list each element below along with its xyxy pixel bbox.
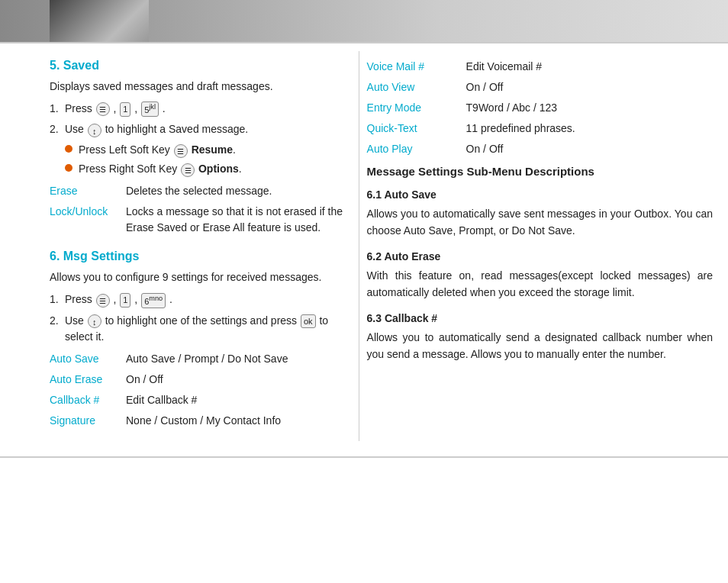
- section6-title: 6. Msg Settings: [50, 250, 343, 263]
- resume-label: Resume: [192, 143, 233, 156]
- section5-step2: 2. Use ↕ to highlight a Saved message.: [50, 121, 343, 137]
- s6-step2-num: 2.: [50, 313, 65, 329]
- entrymode-label: Entry Mode: [367, 100, 466, 116]
- voicemail-label: Voice Mail #: [367, 59, 466, 75]
- step1-content: Press ☰ , 1 , 5jkl .: [65, 101, 343, 117]
- voicemail-def: Edit Voicemail #: [466, 59, 713, 75]
- subsection-63-desc: Allows you to automatically send a desig…: [367, 329, 713, 363]
- callback-def: Edit Callback #: [126, 392, 343, 408]
- bullet-item-2: Press Right Soft Key ☰ Options.: [65, 161, 343, 177]
- options-label: Options: [198, 163, 239, 175]
- callback-label: Callback #: [50, 392, 126, 408]
- signature-label: Signature: [50, 413, 126, 429]
- nav-icon: ↕: [88, 124, 101, 137]
- step1-num: 1.: [50, 101, 65, 117]
- right-column: Voice Mail # Edit Voicemail # Auto View …: [359, 51, 728, 441]
- subsection-61-desc: Allows you to automatically save sent me…: [367, 205, 713, 240]
- bullet-dot-1: [65, 145, 72, 153]
- right-term-voicemail: Voice Mail # Edit Voicemail #: [367, 59, 713, 75]
- autoerase-def: On / Off: [126, 372, 343, 388]
- term-callback: Callback # Edit Callback #: [50, 392, 343, 408]
- right-term-autoplay: Auto Play On / Off: [367, 141, 713, 157]
- bullet-list: Press Left Soft Key ☰ Resume. Press Righ…: [65, 142, 343, 177]
- section6-step2: 2. Use ↕ to highlight one of the setting…: [50, 313, 343, 345]
- autosave-def: Auto Save / Prompt / Do Not Save: [126, 351, 343, 367]
- key5-icon: 5jkl: [141, 101, 159, 117]
- s6-key1-icon: 1: [120, 293, 130, 308]
- header-image-photo: [50, 0, 149, 42]
- term-signature: Signature None / Custom / My Contact Inf…: [50, 413, 343, 429]
- left-column: 5. Saved Displays saved messages and dra…: [0, 51, 359, 441]
- subsection-61-title: 6.1 Auto Save: [367, 188, 713, 201]
- s6-nav-icon: ↕: [88, 314, 101, 328]
- main-content: 5. Saved Displays saved messages and dra…: [0, 43, 728, 449]
- section6-terms: Auto Save Auto Save / Prompt / Do Not Sa…: [50, 351, 343, 429]
- s6-key6-icon: 6mno: [141, 293, 166, 308]
- section6-desc: Allows you to configure 9 settings for r…: [50, 269, 343, 285]
- bottom-divider: [0, 456, 728, 458]
- lockunlock-label: Lock/Unlock: [50, 204, 126, 236]
- header-image: [0, 0, 728, 42]
- section6-step1: 1. Press ☰ , 1 , 6mno .: [50, 292, 343, 308]
- term-autoerase: Auto Erase On / Off: [50, 372, 343, 388]
- term-lockunlock: Lock/Unlock Locks a message so that it i…: [50, 204, 343, 236]
- s6-step2-content: Use ↕ to highlight one of the settings a…: [65, 313, 343, 345]
- autoplay-label: Auto Play: [367, 141, 466, 157]
- bullet-item-1: Press Left Soft Key ☰ Resume.: [65, 142, 343, 158]
- rsk-icon: ☰: [181, 163, 195, 177]
- menu-icon: ☰: [96, 102, 110, 116]
- step2-content: Use ↕ to highlight a Saved message.: [65, 121, 343, 137]
- key1-icon: 1: [120, 102, 130, 117]
- section5-title: 5. Saved: [50, 59, 343, 72]
- erase-label: Erase: [50, 183, 126, 199]
- section5-step1: 1. Press ☰ , 1 , 5jkl .: [50, 101, 343, 117]
- right-term-entrymode: Entry Mode T9Word / Abc / 123: [367, 100, 713, 116]
- erase-def: Deletes the selected message.: [126, 183, 343, 199]
- entrymode-def: T9Word / Abc / 123: [466, 100, 713, 116]
- autoplay-def: On / Off: [466, 141, 713, 157]
- section5-desc: Displays saved messages and draft messag…: [50, 79, 343, 95]
- autoview-label: Auto View: [367, 79, 466, 95]
- bullet-dot-2: [65, 164, 72, 172]
- s6-menu-icon: ☰: [96, 294, 110, 308]
- bullet-text-2: Press Right Soft Key ☰ Options.: [79, 161, 242, 177]
- ok-icon: ok: [301, 314, 316, 329]
- lockunlock-def: Locks a message so that it is not erased…: [126, 204, 343, 236]
- signature-def: None / Custom / My Contact Info: [126, 413, 343, 429]
- subsection-62-title: 6.2 Auto Erase: [367, 250, 713, 263]
- right-term-autoview: Auto View On / Off: [367, 79, 713, 95]
- term-autosave: Auto Save Auto Save / Prompt / Do Not Sa…: [50, 351, 343, 367]
- autosave-label: Auto Save: [50, 351, 126, 367]
- autoerase-label: Auto Erase: [50, 372, 126, 388]
- bullet-text-1: Press Left Soft Key ☰ Resume.: [79, 142, 236, 158]
- quicktext-label: Quick-Text: [367, 121, 466, 137]
- s6-step1-content: Press ☰ , 1 , 6mno .: [65, 292, 343, 308]
- step2-num: 2.: [50, 121, 65, 137]
- quicktext-def: 11 predefined phrases.: [466, 121, 713, 137]
- right-term-quicktext: Quick-Text 11 predefined phrases.: [367, 121, 713, 137]
- right-terms: Voice Mail # Edit Voicemail # Auto View …: [367, 59, 713, 157]
- s6-step1-num: 1.: [50, 292, 65, 308]
- subsection-63-title: 6.3 Callback #: [367, 312, 713, 324]
- term-erase: Erase Deletes the selected message.: [50, 183, 343, 199]
- autoview-def: On / Off: [466, 79, 713, 95]
- subsection-62-desc: With this feature on, read messages(exce…: [367, 267, 713, 301]
- submenu-section-title: Message Settings Sub-Menu Descriptions: [367, 165, 713, 178]
- lsk-icon: ☰: [174, 144, 188, 158]
